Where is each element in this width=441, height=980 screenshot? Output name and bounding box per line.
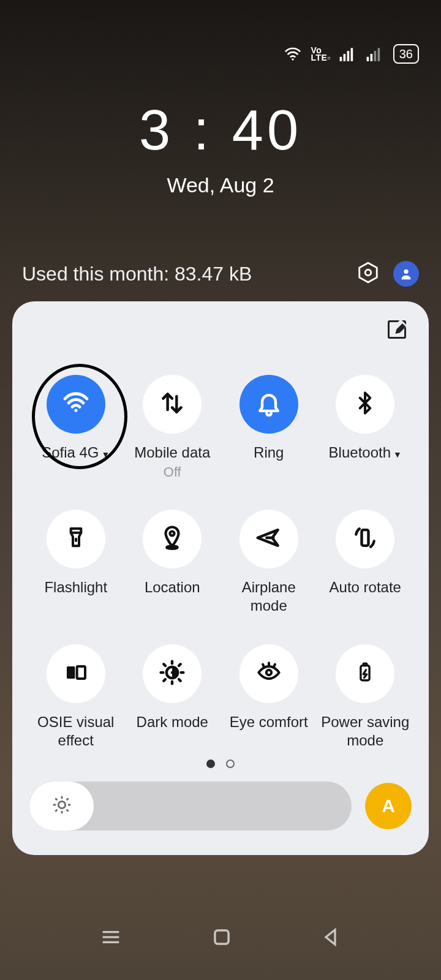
volte-indicator: VoLTE▫ (311, 47, 330, 61)
battery-toggle[interactable] (336, 644, 394, 703)
tile-battery: Power saving mode (319, 644, 412, 750)
svg-rect-19 (67, 666, 75, 679)
signal-2-icon (366, 47, 385, 61)
svg-line-28 (164, 679, 166, 681)
clock-time: 3 : 40 (0, 98, 441, 162)
tile-flashlight: Flashlight (29, 510, 123, 615)
svg-point-13 (74, 409, 77, 412)
svg-rect-6 (370, 54, 372, 61)
rotate-toggle[interactable] (336, 510, 394, 568)
eye-toggle[interactable] (239, 644, 298, 703)
svg-line-27 (179, 679, 181, 681)
tile-eye: Eye comfort (222, 644, 315, 750)
airplane-label[interactable]: Airplane mode (222, 578, 315, 615)
bluetooth-toggle[interactable] (336, 375, 394, 434)
svg-line-44 (66, 798, 68, 800)
chevron-down-icon: ▼ (102, 450, 110, 459)
brightness-row: A (29, 782, 412, 831)
svg-rect-3 (347, 51, 349, 61)
svg-line-41 (55, 798, 57, 800)
svg-line-43 (55, 810, 57, 812)
svg-rect-8 (377, 48, 380, 61)
quick-settings-panel: Sofia 4G▼Mobile dataOffRingBluetooth▼Fla… (12, 301, 429, 855)
flashlight-label[interactable]: Flashlight (44, 578, 107, 597)
osie-toggle[interactable] (47, 644, 105, 703)
osie-icon (62, 660, 89, 687)
svg-rect-2 (343, 54, 345, 61)
svg-rect-20 (77, 666, 85, 679)
svg-rect-5 (366, 57, 369, 61)
tile-bell: Ring (222, 375, 315, 480)
dark-toggle[interactable] (143, 644, 202, 703)
clock-area: 3 : 40 Wed, Aug 2 (0, 98, 441, 197)
eye-label[interactable]: Eye comfort (230, 713, 308, 731)
svg-rect-14 (70, 529, 81, 533)
status-bar: VoLTE▫ 36 (284, 44, 419, 64)
page-dot-active (206, 760, 215, 768)
settings-hex-icon[interactable] (356, 261, 380, 287)
wifi-toggle[interactable] (47, 375, 105, 434)
tile-location: Location (126, 510, 219, 615)
airplane-toggle[interactable] (239, 510, 298, 568)
svg-point-17 (167, 546, 178, 549)
svg-line-26 (164, 664, 166, 666)
eye-icon (254, 660, 284, 687)
tile-rotate: Auto rotate (319, 510, 412, 615)
page-dot-inactive[interactable] (226, 760, 235, 768)
rotate-icon (351, 524, 379, 554)
svg-line-33 (274, 665, 275, 666)
clock-date: Wed, Aug 2 (0, 173, 441, 197)
system-nav-bar (0, 925, 441, 952)
tile-airplane: Airplane mode (222, 510, 315, 615)
svg-rect-18 (362, 530, 369, 546)
tile-bluetooth: Bluetooth▼ (319, 375, 412, 480)
back-button[interactable] (320, 926, 342, 951)
osie-label[interactable]: OSIE visual effect (29, 713, 123, 750)
brightness-sun-icon (51, 794, 72, 818)
data-sublabel: Off (164, 464, 181, 480)
wifi-status-icon (284, 47, 302, 61)
bluetooth-label[interactable]: Bluetooth▼ (329, 443, 402, 464)
bell-toggle[interactable] (239, 375, 298, 434)
data-usage-text[interactable]: Used this month: 83.47 kB (22, 263, 252, 285)
svg-point-0 (292, 58, 294, 60)
home-button[interactable] (210, 925, 233, 951)
location-icon (159, 524, 185, 554)
location-toggle[interactable] (143, 510, 202, 568)
data-icon (159, 390, 186, 419)
data-toggle[interactable] (143, 375, 202, 434)
recent-apps-button[interactable] (99, 925, 123, 952)
battery-label[interactable]: Power saving mode (319, 713, 412, 750)
svg-point-30 (266, 670, 271, 675)
auto-brightness-button[interactable]: A (365, 783, 412, 829)
svg-point-36 (58, 801, 65, 808)
rotate-label[interactable]: Auto rotate (330, 578, 401, 597)
flashlight-toggle[interactable] (47, 510, 105, 568)
svg-point-16 (170, 532, 175, 536)
svg-line-42 (66, 810, 68, 812)
svg-rect-1 (339, 57, 342, 61)
tile-dark: Dark mode (126, 644, 219, 750)
svg-rect-4 (350, 48, 353, 61)
data-label[interactable]: Mobile data (134, 443, 210, 462)
brightness-slider[interactable] (29, 782, 352, 831)
bell-icon (255, 390, 282, 419)
flashlight-icon (64, 524, 88, 554)
svg-rect-7 (374, 51, 376, 61)
svg-marker-9 (360, 263, 377, 282)
data-usage-row: Used this month: 83.47 kB (22, 261, 419, 287)
edit-tiles-button[interactable] (386, 318, 408, 343)
wifi-icon (61, 388, 91, 420)
dark-label[interactable]: Dark mode (137, 713, 208, 731)
location-label[interactable]: Location (145, 578, 200, 597)
tile-data: Mobile dataOff (126, 375, 219, 480)
bell-label[interactable]: Ring (254, 443, 284, 462)
svg-line-31 (263, 665, 264, 666)
svg-line-29 (179, 664, 181, 666)
dark-icon (159, 659, 186, 688)
user-avatar-button[interactable] (393, 261, 419, 287)
svg-rect-35 (363, 663, 367, 666)
signal-1-icon (339, 47, 358, 61)
tile-osie: OSIE visual effect (29, 644, 123, 750)
wifi-label[interactable]: Sofia 4G▼ (42, 443, 110, 464)
